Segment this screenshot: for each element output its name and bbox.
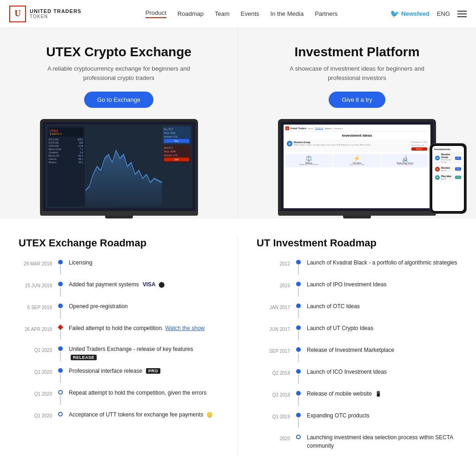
phone-item: P Play Idea Active IPO xyxy=(434,174,462,181)
utex-list-item: Bitcoin Gold7.1 xyxy=(49,148,83,151)
utex-desc: A reliable cryptocurrency exchange for b… xyxy=(45,64,193,82)
utex-sidebar: UTEX ₿ $8251.5 BTC/USD8251 ETH/USD165 XR… xyxy=(47,126,85,206)
timeline-dot xyxy=(58,282,63,286)
pro-badge: PRO xyxy=(146,368,160,374)
token-icon: 🪙 xyxy=(206,412,213,417)
timeline-dot xyxy=(58,260,63,264)
utex-list-item: Chainlink2.8 xyxy=(49,151,83,154)
utex-list-item: ETH/USD165 xyxy=(49,141,83,144)
invest-app-screen: U United Traders Home Roadmap Affiliates… xyxy=(284,125,430,208)
invest-title: Investment Platform xyxy=(294,45,419,60)
nav-events[interactable]: Events xyxy=(241,10,259,17)
utex-order-panel: Buy BTC Price: 8251 Amount: 0.01 Buy Sel… xyxy=(163,126,191,206)
revolve-card: R Revolve Group Online fashion retailer,… xyxy=(285,139,429,152)
utex-btc-price: ₿ $8251.5 xyxy=(50,132,82,135)
timeline-dot-cross xyxy=(58,324,63,330)
utex-button[interactable]: Go to Exchange xyxy=(84,92,153,108)
release-badge: RELEASE xyxy=(71,355,97,360)
timeline-item: JAN 2017 Launch of OTC Ideas xyxy=(257,302,457,324)
timeline-dot xyxy=(296,304,301,308)
timeline-item: JUN 2017 Launch of UT Crypto Ideas xyxy=(257,324,457,346)
nav-media[interactable]: In the Media xyxy=(271,10,304,17)
timeline-item: Q1 2020 Acceptance of UTT tokens for exc… xyxy=(19,410,219,424)
timeline-item: Q1 2020 Professional interface release P… xyxy=(19,367,219,389)
timeline-dot xyxy=(296,282,301,286)
laptop-base-2 xyxy=(278,211,436,216)
utex-laptop-wrap: UTEX ₿ $8251.5 BTC/USD8251 ETH/USD165 XR… xyxy=(19,119,219,218)
timeline-dot xyxy=(296,391,301,396)
utex-screen-inner: UTEX ₿ $8251.5 BTC/USD8251 ETH/USD165 XR… xyxy=(46,125,192,208)
timeline-dot xyxy=(296,325,301,330)
timeline-dot xyxy=(296,260,301,264)
newsfeed-button[interactable]: 🐦 Newsfeed xyxy=(390,9,430,18)
utex-buy-panel: Buy BTC Price: 8251 Amount: 0.01 Buy xyxy=(163,126,191,144)
timeline-item: 2020 Launching investment idea selection… xyxy=(257,433,457,456)
invest-screen-title: Investment Ideas xyxy=(285,133,429,138)
invest-button[interactable]: Give it a try xyxy=(329,92,385,108)
timeline-dot-empty xyxy=(58,390,63,395)
timeline-dot xyxy=(296,413,301,417)
nav-partners[interactable]: Partners xyxy=(315,10,337,17)
invest-card-balance: ⚖️ Balance Maintain your portfolio balan… xyxy=(285,154,332,167)
logo-text: UNITED TRADERS TOKEN xyxy=(30,8,81,19)
timeline-item: 29 MAR 2018 Licensing xyxy=(19,258,219,280)
phone-item: R Revolve Active IPO xyxy=(434,165,462,172)
phone-invest-btn: IPO xyxy=(455,157,461,160)
invest-card-button[interactable]: INVEST xyxy=(411,147,427,151)
invest-card-fast: ⚡ Fast Idea Quick investment ideas xyxy=(333,154,380,167)
phone-item-btn: IPO xyxy=(455,167,461,171)
timeline-item: 15 JUN 2018 Added fiat payment systems V… xyxy=(19,280,219,302)
timeline-item: Q1 2019 Expanding OTC products xyxy=(257,411,457,433)
utex-list-item: XRP/USD0.24 xyxy=(49,145,83,147)
timeline-item: 2012 Launch of Kvadrat Black - a portfol… xyxy=(257,258,457,280)
logo-icon: U xyxy=(9,6,26,22)
timeline-item: Q2 2018 Launch of ICO Investment Ideas xyxy=(257,368,457,390)
nav-team[interactable]: Team xyxy=(215,10,230,17)
utex-sell-panel: Sell BTC Price: 8249 Amount: 0.01 Sell xyxy=(163,145,191,163)
hamburger-menu[interactable] xyxy=(457,11,467,17)
utex-app-screen: UTEX ₿ $8251.5 BTC/USD8251 ETH/USD165 XR… xyxy=(46,125,192,208)
phone-item: R Revolve Group IPO Revolve Group IPO xyxy=(434,152,462,164)
phone-content: Investments R Revolve Group IPO Revolve … xyxy=(432,146,464,184)
utex-logo-small: UTEX xyxy=(50,129,82,132)
utex-list-item: Bitcoin SV65.1 xyxy=(49,154,83,157)
invest-nav: U United Traders Home Roadmap Affiliates… xyxy=(285,126,429,132)
timeline-dot-empty xyxy=(58,412,63,416)
utex-roadmap-title: UTEX Exchange Roadmap xyxy=(19,237,219,249)
invest-laptop-wrap: U United Traders Home Roadmap Affiliates… xyxy=(257,119,457,218)
timeline-item: 26 APR 2019 Failed attempt to hold the c… xyxy=(19,324,219,345)
laptop-stand-2 xyxy=(343,216,371,218)
timeline-item: Q1 2020 United Traders Exchange - releas… xyxy=(19,345,219,367)
laptop-base xyxy=(40,211,198,216)
invest-panel: Investment Platform A showcase of invest… xyxy=(238,28,476,218)
twitter-icon: 🐦 xyxy=(390,9,399,18)
product-grid: UTEX Crypto Exchange A reliable cryptocu… xyxy=(0,28,476,218)
language-selector[interactable]: ENG xyxy=(437,10,450,17)
utex-screen-frame: UTEX ₿ $8251.5 BTC/USD8251 ETH/USD165 XR… xyxy=(40,119,198,211)
roadmap-grid: UTEX Exchange Roadmap 29 MAR 2018 Licens… xyxy=(0,218,476,465)
utex-chart-area xyxy=(86,126,162,206)
brand-sub: TOKEN xyxy=(30,14,81,19)
utex-list-item: Monero44.1 xyxy=(49,161,83,164)
laptop-stand xyxy=(105,216,133,218)
watch-show-link[interactable]: Watch the show xyxy=(165,325,205,331)
mastercard-icon: ⬤ xyxy=(159,281,165,288)
phone-screen: Investments R Revolve Group IPO Revolve … xyxy=(432,146,464,211)
timeline-item: Q1 2020 Repeat attempt to hold the compe… xyxy=(19,389,219,410)
phone-item-btn-2: IPO xyxy=(455,176,461,179)
invest-laptop: U United Traders Home Roadmap Affiliates… xyxy=(278,119,436,218)
mobile-icon: 📱 xyxy=(375,391,382,397)
invest-screen-inner: U United Traders Home Roadmap Affiliates… xyxy=(284,125,430,208)
utex-header: UTEX ₿ $8251.5 xyxy=(49,128,83,137)
utex-timeline: 29 MAR 2018 Licensing 15 JUN 2018 Added … xyxy=(19,258,219,424)
nav-product[interactable]: Product xyxy=(145,9,166,18)
utex-chart-svg xyxy=(86,126,162,206)
timeline-item: 2015 Launch of IPO Investment Ideas xyxy=(257,280,457,302)
nav-roadmap[interactable]: Roadmap xyxy=(178,10,204,17)
invest-card-tech: 🔬 Technology Corner Tech sector opportun… xyxy=(382,154,429,167)
nav-links: Product Roadmap Team Events In the Media… xyxy=(93,9,390,18)
utex-roadmap: UTEX Exchange Roadmap 29 MAR 2018 Licens… xyxy=(0,237,238,456)
timeline-item: 6 SEP 2018 Opened pre-registration xyxy=(19,302,219,324)
timeline-dot xyxy=(58,346,63,351)
invest-desc: A showcase of investment ideas for begin… xyxy=(283,64,431,82)
